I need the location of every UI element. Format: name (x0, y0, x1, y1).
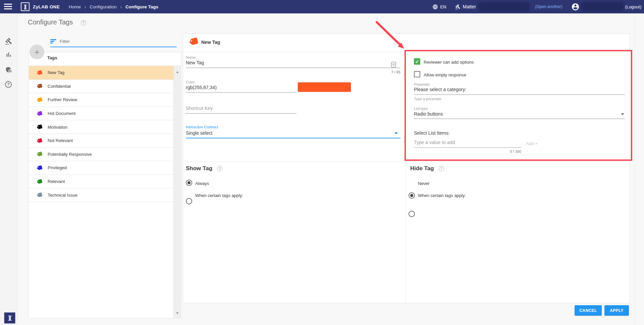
tags-panel: Tags New Tag Confidential Further Review… (29, 52, 181, 318)
tag-list-item[interactable]: Relevant (29, 175, 174, 189)
apply-button[interactable]: APPLY (604, 305, 629, 316)
tag-icon (36, 69, 43, 76)
tag-list-item[interactable]: Confidential (29, 80, 174, 93)
add-item-button[interactable]: Add + (526, 141, 537, 146)
show-tag-help-icon[interactable]: ? (217, 166, 222, 171)
breadcrumb-configuration[interactable]: Configuration (90, 4, 116, 9)
filter-input[interactable] (59, 37, 173, 46)
page-title-help-icon[interactable]: ? (81, 20, 86, 25)
reviewer-can-add-label: Reviewer can add options (424, 60, 474, 65)
add-tag-button[interactable]: + (30, 45, 44, 59)
interaction-contract-value[interactable]: Single select (186, 130, 212, 136)
breadcrumb-home[interactable]: Home (69, 4, 81, 9)
tag-list-item[interactable]: Hot Document (29, 107, 174, 121)
detail-tag-icon (188, 36, 199, 48)
sidebar-help-icon[interactable]: ? (5, 81, 12, 88)
tag-label: Hot Document (48, 111, 75, 116)
hide-tag-when-label: When certain tags apply: (418, 193, 466, 198)
interaction-contract-underline (186, 138, 400, 138)
shortcut-key-input[interactable] (186, 106, 297, 114)
tag-icon (36, 178, 43, 185)
language-label[interactable]: EN (440, 4, 446, 9)
matter-label: Matter (463, 4, 476, 9)
detail-title: New Tag (201, 40, 220, 45)
sidebar-admin-shield-icon[interactable] (5, 66, 12, 73)
show-tag-when-label: When certain tags apply: (195, 193, 243, 198)
tag-icon (36, 110, 43, 117)
interaction-contract-label: Interaction Contract (186, 125, 218, 129)
breadcrumb: Home › Configuration › Configure Tags (69, 0, 158, 13)
name-char-counter: 7 / 65 (186, 70, 400, 74)
logo-glyph: ][ (24, 4, 26, 9)
scroll-down-icon[interactable] (176, 312, 179, 314)
page-right-divider (635, 13, 635, 325)
list-type-caret-icon[interactable] (621, 113, 624, 115)
tag-icon (36, 83, 43, 89)
hide-tag-when-radio[interactable] (409, 211, 415, 217)
list-type-underline (414, 119, 625, 119)
tag-list-item[interactable]: Motivation (29, 120, 174, 134)
scroll-up-icon[interactable] (176, 71, 179, 73)
hide-tag-never-label: Never (418, 181, 430, 186)
tag-icon (36, 137, 43, 144)
tag-label: Privileged (48, 165, 67, 170)
sidebar-bottom-logo: ][ (4, 312, 15, 324)
hide-tag-help-icon[interactable]: ? (439, 166, 444, 171)
name-input[interactable] (186, 60, 400, 68)
tag-list-item[interactable]: Privileged (29, 161, 174, 175)
menu-hamburger-icon[interactable] (4, 4, 12, 10)
globe-icon[interactable] (432, 4, 438, 10)
matter-name-redacted (479, 3, 528, 10)
name-field-label: Name (186, 55, 196, 59)
hide-tag-never-radio[interactable] (409, 192, 415, 199)
tag-label: Technical Issue (48, 193, 77, 198)
divider (183, 52, 630, 52)
zylab-logo: ][ (21, 2, 30, 11)
add-item-counter: 0 / 160 (414, 149, 521, 153)
allow-empty-checkbox[interactable]: ✓ (414, 71, 420, 77)
tags-list: New Tag Confidential Further Review Hot … (29, 66, 174, 202)
app-name: ZyLAB ONE (33, 0, 60, 13)
tag-label: New Tag (48, 70, 64, 75)
tag-label: Potentially Responsive (48, 152, 92, 157)
add-list-item-input[interactable] (414, 140, 521, 148)
show-tag-always-radio[interactable] (186, 180, 192, 186)
filter-underline (50, 47, 177, 47)
tags-panel-header: Tags (47, 55, 57, 60)
tag-label: Motivation (48, 125, 67, 130)
preamble-label: Preamble (414, 82, 430, 86)
tag-list-item[interactable]: Potentially Responsive (29, 148, 174, 161)
sidebar-bar-chart-icon[interactable] (5, 51, 12, 58)
color-swatch[interactable] (298, 82, 351, 92)
tag-list-item[interactable]: Technical Issue (29, 188, 174, 202)
tag-list-item[interactable]: New Tag (29, 66, 174, 80)
sidebar-matter-gavel-icon[interactable] (5, 38, 12, 45)
allow-empty-label: Allow empty response (424, 72, 466, 77)
tag-list-item[interactable]: Not Relevant (29, 134, 174, 148)
page-title: Configure Tags ? (28, 18, 86, 26)
list-type-value[interactable]: Radio buttons (414, 111, 443, 117)
reviewer-can-add-checkbox[interactable]: ✓ (414, 58, 420, 65)
preamble-input[interactable] (414, 87, 625, 95)
show-tag-when-radio[interactable] (186, 198, 192, 204)
user-avatar-icon[interactable] (571, 3, 580, 11)
top-navbar: ][ ZyLAB ONE Home › Configuration › Conf… (0, 0, 644, 13)
left-sidebar: ? ][ (0, 13, 17, 325)
tag-label: Relevant (48, 179, 65, 184)
tag-label: Further Review (48, 97, 77, 102)
tag-icon (36, 124, 43, 130)
open-another-link[interactable]: (Open another) (535, 4, 562, 9)
color-input[interactable] (186, 85, 297, 93)
breadcrumb-separator-icon: › (85, 4, 86, 9)
matter-gavel-icon[interactable] (455, 4, 461, 9)
tag-icon (36, 151, 43, 157)
tag-label: Confidential (48, 84, 71, 89)
tag-icon (36, 165, 43, 171)
cancel-button[interactable]: CANCEL (575, 305, 602, 316)
interaction-contract-caret-icon[interactable] (394, 132, 398, 134)
name-field-text-icon[interactable] (391, 62, 396, 68)
logout-link[interactable]: (Logout) (625, 4, 641, 9)
tags-list-scrollbar[interactable] (173, 66, 181, 318)
tag-list-item[interactable]: Further Review (29, 93, 174, 107)
tag-icon (36, 192, 43, 198)
